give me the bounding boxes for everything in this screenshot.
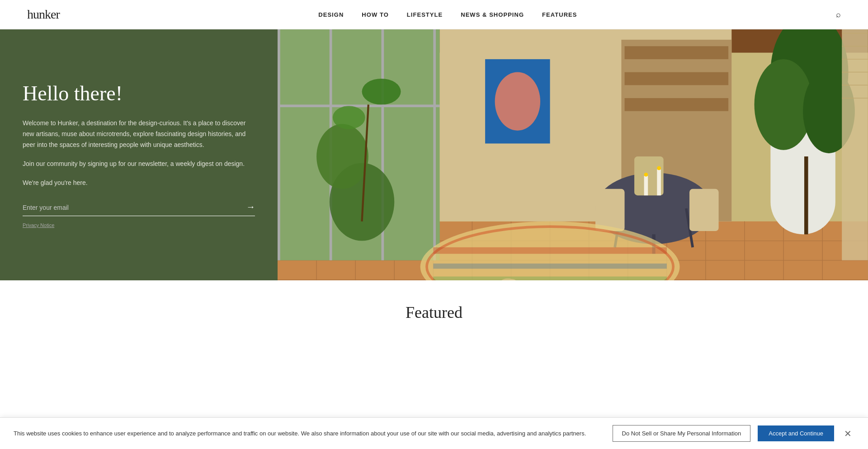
search-icon[interactable]: ⌕ bbox=[836, 10, 841, 19]
svg-point-51 bbox=[644, 173, 648, 177]
svg-point-41 bbox=[495, 72, 540, 131]
svg-rect-47 bbox=[689, 189, 719, 231]
svg-point-31 bbox=[316, 124, 368, 189]
svg-rect-56 bbox=[434, 264, 667, 269]
hero-paragraph-2: Join our community by signing up for our… bbox=[23, 159, 255, 170]
svg-point-34 bbox=[333, 106, 365, 129]
svg-point-52 bbox=[657, 166, 661, 170]
hero-section: Hello there! Welcome to Hunker, a destin… bbox=[0, 29, 868, 280]
nav-link-features[interactable]: FEATURES bbox=[542, 11, 577, 18]
nav-link-howto[interactable]: HOW TO bbox=[362, 11, 388, 18]
nav-link-news[interactable]: NEWS & SHOPPING bbox=[461, 11, 524, 18]
svg-rect-28 bbox=[434, 29, 436, 260]
svg-rect-55 bbox=[434, 247, 667, 254]
featured-heading: Featured bbox=[27, 303, 841, 322]
email-form: → bbox=[23, 202, 255, 216]
nav-links: DESIGN HOW TO LIFESTYLE NEWS & SHOPPING … bbox=[318, 10, 577, 19]
svg-rect-38 bbox=[625, 72, 729, 85]
svg-rect-25 bbox=[278, 29, 280, 260]
svg-rect-37 bbox=[625, 46, 729, 59]
navigation: hunker DESIGN HOW TO LIFESTYLE NEWS & SH… bbox=[0, 0, 868, 29]
svg-rect-29 bbox=[278, 104, 440, 107]
hero-left-panel: Hello there! Welcome to Hunker, a destin… bbox=[0, 29, 278, 280]
svg-rect-49 bbox=[644, 176, 648, 195]
nav-link-lifestyle[interactable]: LIFESTYLE bbox=[407, 11, 443, 18]
nav-link-design[interactable]: DESIGN bbox=[318, 11, 344, 18]
email-submit-button[interactable]: → bbox=[242, 202, 255, 213]
hero-image bbox=[278, 29, 868, 280]
logo[interactable]: hunker bbox=[27, 7, 60, 22]
hero-paragraph-3: We're glad you're here. bbox=[23, 178, 255, 189]
svg-rect-50 bbox=[657, 170, 661, 195]
svg-point-33 bbox=[362, 79, 401, 104]
hero-paragraph-1: Welcome to Hunker, a destination for the… bbox=[23, 118, 255, 150]
svg-rect-57 bbox=[434, 277, 667, 280]
featured-section: Featured bbox=[0, 280, 868, 336]
hero-heading: Hello there! bbox=[23, 82, 255, 106]
privacy-notice-link[interactable]: Privacy Notice bbox=[23, 222, 255, 228]
svg-rect-39 bbox=[625, 98, 729, 111]
svg-rect-63 bbox=[842, 29, 868, 260]
email-input[interactable] bbox=[23, 202, 242, 213]
svg-rect-46 bbox=[595, 189, 625, 231]
